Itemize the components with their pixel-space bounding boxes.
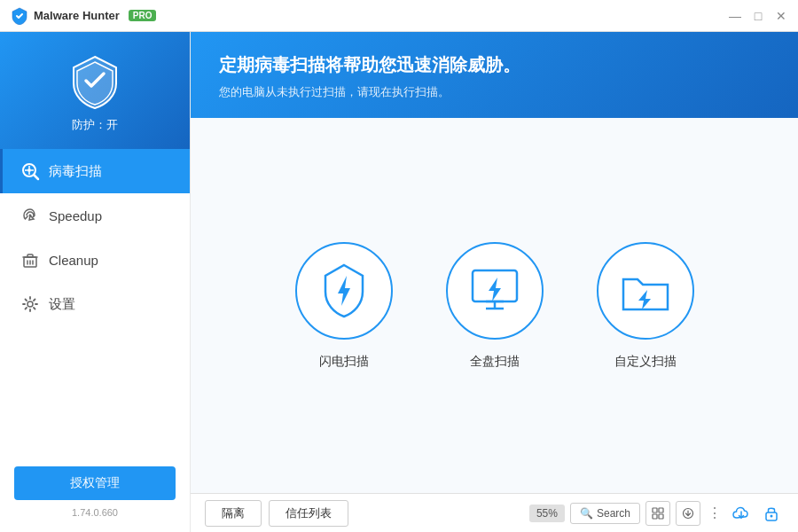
quarantine-button[interactable]: 隔离 [205,500,262,527]
search-icon: 🔍 [580,507,593,520]
cleanup-icon [20,250,40,270]
sidebar-item-cleanup-label: Cleanup [49,253,98,268]
maximize-button[interactable]: □ [752,10,764,22]
sidebar-bottom: 授权管理 1.74.0.660 [0,452,190,532]
speedup-icon [20,206,40,225]
sidebar-item-speedup[interactable]: Speedup [0,193,190,238]
flash-scan-circle[interactable] [295,242,393,340]
svg-rect-23 [653,514,657,519]
grid-icon-button[interactable] [645,501,670,526]
full-scan-label: 全盘扫描 [470,354,520,370]
search-button[interactable]: 🔍 Search [570,503,640,524]
sidebar-item-settings-label: 设置 [49,296,75,313]
protection-status-label: 防护：开 [72,117,118,133]
more-options-button[interactable]: ⋮ [706,505,724,521]
svg-point-7 [29,215,32,217]
flash-scan-option[interactable]: 闪电扫描 [295,242,393,370]
svg-point-13 [27,301,33,307]
sidebar-item-speedup-label: Speedup [49,208,102,223]
app-name-label: Malware Hunter [34,9,120,22]
cloud-icon [732,506,750,520]
window-controls: — □ ✕ [729,10,787,22]
download-icon-button[interactable] [676,501,700,526]
lock-icon [764,505,778,521]
minimize-button[interactable]: — [729,10,741,22]
sidebar-item-cleanup[interactable]: Cleanup [0,238,190,282]
content-header: 定期病毒扫描将帮助您迅速消除威胁。 您的电脑从未执行过扫描，请现在执行扫描。 [191,32,798,118]
protection-shield [66,53,123,110]
custom-scan-circle[interactable] [597,242,694,340]
shield-icon [66,53,123,110]
progress-badge: 55% [529,505,565,522]
flash-shield-icon [313,260,375,322]
svg-rect-9 [27,254,33,257]
svg-rect-21 [653,508,657,512]
trust-list-button[interactable]: 信任列表 [269,500,348,527]
cloud-button[interactable] [729,501,754,526]
flash-monitor-icon [464,260,526,322]
sidebar-header: 防护：开 [0,32,190,149]
sidebar-item-virus-scan-label: 病毒扫描 [49,163,102,180]
flash-folder-icon [614,260,677,322]
lock-button[interactable] [759,501,784,526]
scan-options-area: 闪电扫描 全盘扫描 [191,118,798,493]
settings-icon [20,294,40,314]
svg-line-1 [34,175,38,179]
svg-rect-22 [659,508,663,512]
svg-marker-14 [338,276,350,306]
download-icon [682,507,694,520]
search-label: Search [597,507,630,520]
svg-point-2 [27,168,31,172]
pro-badge: PRO [129,10,157,21]
app-icon [11,7,28,25]
flash-scan-label: 闪电扫描 [319,354,369,370]
svg-marker-19 [489,278,501,301]
footer-bar: 隔离 信任列表 55% 🔍 Search [191,493,798,532]
sidebar-item-settings[interactable]: 设置 [0,282,190,326]
svg-rect-24 [659,514,663,519]
svg-point-29 [771,514,773,517]
version-label: 1.74.0.660 [72,507,118,518]
content-subtitle: 您的电脑从未执行过扫描，请现在执行扫描。 [219,84,770,100]
sidebar-item-virus-scan[interactable]: 病毒扫描 [0,149,190,193]
nav-menu: 病毒扫描 Speedup [0,149,190,452]
custom-scan-option[interactable]: 自定义扫描 [597,242,694,370]
scan-icon [20,161,40,181]
content-area: 定期病毒扫描将帮助您迅速消除威胁。 您的电脑从未执行过扫描，请现在执行扫描。 闪… [191,32,798,532]
svg-marker-20 [638,290,651,309]
custom-scan-label: 自定义扫描 [614,354,677,370]
grid-icon [652,507,664,520]
full-scan-option[interactable]: 全盘扫描 [446,242,544,370]
license-button[interactable]: 授权管理 [14,466,176,500]
close-button[interactable]: ✕ [775,10,787,22]
full-scan-circle[interactable] [446,242,544,340]
title-bar: Malware Hunter PRO — □ ✕ [0,0,798,32]
main-layout: 防护：开 病毒扫描 [0,32,798,532]
app-logo: Malware Hunter PRO [11,7,156,25]
content-title: 定期病毒扫描将帮助您迅速消除威胁。 [219,53,770,77]
sidebar: 防护：开 病毒扫描 [0,32,191,532]
footer-right: 55% 🔍 Search [529,501,784,526]
